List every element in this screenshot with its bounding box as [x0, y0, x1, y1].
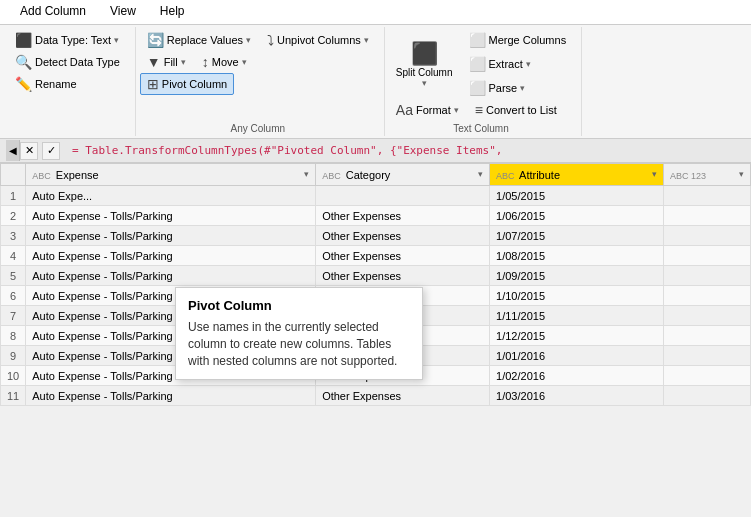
parse-label: Parse [489, 82, 518, 94]
col-type-icon-expense: ABC [32, 171, 51, 181]
text-column-label: Text Column [389, 121, 573, 134]
detect-data-type-button[interactable]: 🔍 Detect Data Type [8, 51, 127, 73]
tooltip-title: Pivot Column [188, 298, 410, 313]
collapse-panel-button[interactable]: ◀ [6, 140, 20, 161]
cell-extra-6 [664, 286, 751, 306]
cancel-formula-button[interactable]: ✕ [20, 142, 38, 160]
sort-icon-extra[interactable]: ▾ [739, 169, 744, 179]
fill-button[interactable]: ▼ Fill ▾ [140, 51, 193, 73]
formula-controls: ✕ ✓ [20, 142, 60, 160]
extract-arrow: ▾ [526, 59, 531, 69]
cell-expense-2: Auto Expense - Tolls/Parking [26, 206, 316, 226]
replace-values-button[interactable]: 🔄 Replace Values ▾ [140, 29, 258, 51]
any-column-label: Any Column [140, 121, 376, 134]
cell-expense-1: Auto Expe... [26, 186, 316, 206]
unpivot-button[interactable]: ⤵ Unpivot Columns ▾ [260, 29, 376, 51]
cell-attribute-11: 1/03/2016 [490, 386, 664, 406]
row-number-11: 11 [1, 386, 26, 406]
row-text-top: ⬛ Split Column ▾ ⬜ Merge Columns ⬜ Extra… [389, 29, 573, 99]
row-number-4: 4 [1, 246, 26, 266]
move-icon: ↕ [202, 54, 209, 70]
merge-label: Merge Columns [489, 34, 567, 46]
parse-arrow: ▾ [520, 83, 525, 93]
row-number-1: 1 [1, 186, 26, 206]
split-icon: ⬛ [411, 41, 438, 67]
cell-extra-7 [664, 306, 751, 326]
merge-icon: ⬜ [469, 32, 486, 48]
replace-label: Replace Values [167, 34, 243, 46]
cell-extra-8 [664, 326, 751, 346]
format-icon: Aa [396, 102, 413, 118]
extract-button[interactable]: ⬜ Extract ▾ [462, 53, 574, 75]
pivot-label: Pivot Column [162, 78, 227, 90]
data-type-icon: ⬛ [15, 32, 32, 48]
cell-attribute-5: 1/09/2015 [490, 266, 664, 286]
move-button[interactable]: ↕ Move ▾ [195, 51, 254, 73]
col-header-category[interactable]: ABC Category ▾ [316, 164, 490, 186]
data-type-button[interactable]: ⬛ Data Type: Text ▾ [8, 29, 126, 51]
row-detect: 🔍 Detect Data Type [8, 51, 127, 73]
rename-icon: ✏️ [15, 76, 32, 92]
table-row: 5 Auto Expense - Tolls/Parking Other Exp… [1, 266, 751, 286]
cell-extra-4 [664, 246, 751, 266]
cell-category-2: Other Expenses [316, 206, 490, 226]
cell-attribute-8: 1/12/2015 [490, 326, 664, 346]
table-header-row: ABC Expense ▾ ABC Category ▾ ABC Attribu… [1, 164, 751, 186]
sort-icon-expense[interactable]: ▾ [304, 169, 309, 179]
col-type-icon-attribute: ABC [496, 171, 515, 181]
cell-expense-11: Auto Expense - Tolls/Parking [26, 386, 316, 406]
row-rename: ✏️ Rename [8, 73, 84, 95]
cell-attribute-3: 1/07/2015 [490, 226, 664, 246]
row-data-type: ⬛ Data Type: Text ▾ [8, 29, 126, 51]
cell-attribute-10: 1/02/2016 [490, 366, 664, 386]
move-label: Move [212, 56, 239, 68]
table-row: 1 Auto Expe... 1/05/2015 [1, 186, 751, 206]
parse-button[interactable]: ⬜ Parse ▾ [462, 77, 574, 99]
col-header-extra[interactable]: ABC 123 ▾ [664, 164, 751, 186]
replace-icon: 🔄 [147, 32, 164, 48]
rename-button[interactable]: ✏️ Rename [8, 73, 84, 95]
fill-arrow: ▾ [181, 57, 186, 67]
group-column-type: ⬛ Data Type: Text ▾ 🔍 Detect Data Type ✏… [4, 27, 136, 136]
ribbon-content: ⬛ Data Type: Text ▾ 🔍 Detect Data Type ✏… [0, 25, 751, 138]
cell-category-1 [316, 186, 490, 206]
split-arrow: ▾ [422, 78, 427, 88]
tab-add-column[interactable]: Add Column [8, 0, 98, 24]
cell-attribute-1: 1/05/2015 [490, 186, 664, 206]
col-label-expense: Expense [56, 169, 99, 181]
table-row: 3 Auto Expense - Tolls/Parking Other Exp… [1, 226, 751, 246]
cell-attribute-7: 1/11/2015 [490, 306, 664, 326]
format-arrow: ▾ [454, 105, 459, 115]
convert-icon: ≡ [475, 102, 483, 118]
col-header-attribute[interactable]: ABC Attribute ▾ [490, 164, 664, 186]
cell-extra-1 [664, 186, 751, 206]
convert-to-list-button[interactable]: ≡ Convert to List [468, 99, 564, 121]
tab-view[interactable]: View [98, 0, 148, 24]
confirm-formula-button[interactable]: ✓ [42, 142, 60, 160]
main-content: ◀ ✕ ✓ = Table.TransformColumnTypes(#"Piv… [0, 139, 751, 517]
ribbon-tabs: Add Column View Help [0, 0, 751, 25]
group-text-column: ⬛ Split Column ▾ ⬜ Merge Columns ⬜ Extra… [385, 27, 582, 136]
tooltip-body: Use names in the currently selected colu… [188, 319, 410, 369]
format-button[interactable]: Aa Format ▾ [389, 99, 466, 121]
cell-category-5: Other Expenses [316, 266, 490, 286]
row-fill-move-pivot: ▼ Fill ▾ ↕ Move ▾ [140, 51, 254, 73]
table-row: 4 Auto Expense - Tolls/Parking Other Exp… [1, 246, 751, 266]
split-column-button[interactable]: ⬛ Split Column ▾ [389, 36, 460, 93]
cell-attribute-6: 1/10/2015 [490, 286, 664, 306]
detect-label: Detect Data Type [35, 56, 120, 68]
col-header-expense[interactable]: ABC Expense ▾ [26, 164, 316, 186]
cell-extra-11 [664, 386, 751, 406]
cell-category-3: Other Expenses [316, 226, 490, 246]
sort-icon-attribute[interactable]: ▾ [652, 169, 657, 179]
cell-expense-5: Auto Expense - Tolls/Parking [26, 266, 316, 286]
tab-help[interactable]: Help [148, 0, 197, 24]
pivot-column-button[interactable]: ⊞ Pivot Column [140, 73, 234, 95]
row-number-header [1, 164, 26, 186]
cell-extra-3 [664, 226, 751, 246]
sort-icon-category[interactable]: ▾ [478, 169, 483, 179]
merge-columns-button[interactable]: ⬜ Merge Columns [462, 29, 574, 51]
ribbon: Add Column View Help ⬛ Data Type: Text ▾… [0, 0, 751, 139]
cell-extra-2 [664, 206, 751, 226]
row-pivot: ⊞ Pivot Column [140, 73, 234, 95]
